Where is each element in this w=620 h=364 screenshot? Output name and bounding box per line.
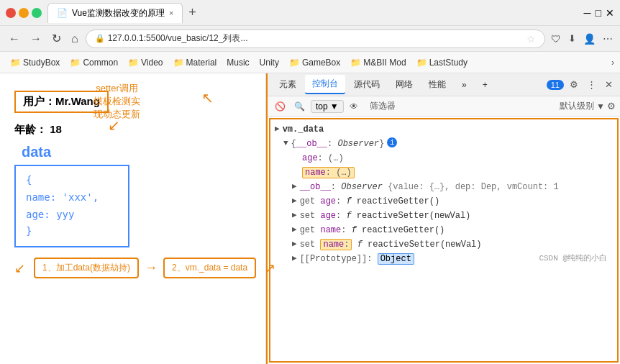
annotation-box-2: 2、vm._data = data xyxy=(163,258,256,278)
console-line-age: age: (…) xyxy=(275,151,613,165)
bookmark-music[interactable]: Music xyxy=(222,56,253,69)
annotation-arrow-right: ↗ xyxy=(201,89,214,106)
lock-icon: 🔒 xyxy=(95,34,105,43)
tab-close-button[interactable]: × xyxy=(169,9,173,17)
tab-console[interactable]: 控制台 xyxy=(305,75,345,94)
expand-icon[interactable]: ▶ xyxy=(292,252,297,265)
user-label: 用户： xyxy=(23,95,55,107)
folder-icon: 📁 xyxy=(173,58,184,68)
expand-icon[interactable]: ▶ xyxy=(292,181,297,193)
bookmark-studybox[interactable]: 📁 StudyBox xyxy=(6,56,64,69)
tab-favicon: 📄 xyxy=(57,8,68,18)
tab-network[interactable]: 网络 xyxy=(388,76,420,94)
browser-action-icons: 🛡 ⬇ 👤 ⋯ xyxy=(550,32,614,46)
get-age-text: get age: f reactiveGetter() xyxy=(300,195,439,208)
expand-icon[interactable]: ▶ xyxy=(275,123,280,135)
level-dropdown-icon: ▼ xyxy=(596,101,605,112)
bookmark-material[interactable]: 📁 Material xyxy=(169,56,222,69)
forward-button[interactable]: → xyxy=(27,31,45,47)
tab-title: Vue监测数据改变的原理 xyxy=(72,7,165,19)
info-icon[interactable]: i xyxy=(387,137,397,147)
error-badge: 11 xyxy=(547,80,564,90)
bookmark-label: Material xyxy=(186,58,217,68)
data-code-box: { name: 'xxx', age: yyy } xyxy=(14,165,129,247)
active-tab[interactable]: 📄 Vue监测数据改变的原理 × xyxy=(47,3,183,23)
expand-icon[interactable]: ▶ xyxy=(292,195,297,207)
console-line-vm-data: ▶ vm._data xyxy=(275,122,613,137)
context-selector[interactable]: top ▼ xyxy=(311,100,344,113)
down-arrow: ↙ xyxy=(108,117,120,134)
get-name-text: get name: f reactiveGetter() xyxy=(300,224,445,237)
folder-icon: 📁 xyxy=(128,58,139,68)
vm-data-text: vm._data xyxy=(283,123,324,136)
expand-icon[interactable]: ▶ xyxy=(292,224,297,236)
console-output[interactable]: ▶ vm._data ▼ {__ob__: Observer} i age: (… xyxy=(269,118,619,363)
settings-icon[interactable]: ⋯ xyxy=(601,32,614,46)
main-content: setter调用 模板检测实 现动态更新 ↗ 用户：Mr.Wang 年龄： 18… xyxy=(0,73,620,364)
watermark: CSDN @纯纯的小白 xyxy=(539,252,607,263)
bookmark-unity[interactable]: Unity xyxy=(255,56,283,69)
folder-icon: 📁 xyxy=(10,58,21,68)
settings-gear-icon[interactable]: ⚙ xyxy=(567,78,581,91)
data-heading: data xyxy=(22,144,251,160)
data-code-line3: age: yyy xyxy=(26,206,118,224)
home-button[interactable]: ⌂ xyxy=(68,31,81,47)
ob-text: {__ob__: Observer} xyxy=(291,137,385,150)
age-prop: age: (…) xyxy=(302,152,344,165)
eye-icon[interactable]: 👁 xyxy=(347,100,361,113)
restore-icon[interactable]: □ xyxy=(596,7,601,19)
refresh-button[interactable]: ↻ xyxy=(49,30,64,47)
bookmark-star-icon[interactable]: ☆ xyxy=(526,33,536,45)
bottom-annotations: ↙ 1、加工data(数据劫持) → 2、vm._data = data ↗ xyxy=(14,258,251,278)
user-profile-icon[interactable]: 👤 xyxy=(582,32,597,46)
dock-icon[interactable]: ⋮ xyxy=(584,78,599,91)
maximize-window-button[interactable] xyxy=(32,8,42,18)
bookmark-label: GameBox xyxy=(302,58,340,68)
bookmarks-more-button[interactable]: › xyxy=(611,58,614,68)
expand-icon[interactable]: ▶ xyxy=(292,238,297,250)
age-value: 18 xyxy=(50,123,62,135)
log-level-selector[interactable]: 默认级别 ▼ ⚙ xyxy=(560,100,616,112)
tab-sources[interactable]: 源代码 xyxy=(347,76,387,94)
expand-icon[interactable]: ▼ xyxy=(283,137,288,150)
tab-elements[interactable]: 元素 xyxy=(272,76,304,94)
devtools-icons: 11 ⚙ ⋮ ✕ xyxy=(547,78,616,91)
devtools-tabs-row: 元素 控制台 源代码 网络 性能 » + 11 ⚙ ⋮ ✕ xyxy=(268,73,620,96)
bookmark-laststudy[interactable]: 📁 LastStudy xyxy=(412,56,472,69)
bookmark-label: LastStudy xyxy=(429,58,468,68)
close-window-button[interactable] xyxy=(6,8,16,18)
name-prop: name: (…) xyxy=(302,166,355,179)
data-code-line4: } xyxy=(26,223,118,240)
expand-icon[interactable]: ▶ xyxy=(292,209,297,222)
bookmark-label: Music xyxy=(227,58,249,68)
close-icon[interactable]: ✕ xyxy=(606,7,614,19)
browser-window-icons: ─ □ ✕ xyxy=(584,7,614,19)
bookmark-mbii[interactable]: 📁 M&BII Mod xyxy=(346,56,410,69)
shield-icon[interactable]: 🛡 xyxy=(550,32,562,46)
top-label: top xyxy=(316,101,328,112)
close-devtools-button[interactable]: ✕ xyxy=(602,78,616,91)
minimize-icon[interactable]: ─ xyxy=(584,7,591,19)
arrow-right-icon: → xyxy=(145,260,158,276)
folder-icon: 📁 xyxy=(350,58,361,68)
annotation-box-1: 1、加工data(数据劫持) xyxy=(34,258,139,278)
filter-icon[interactable]: 🔍 xyxy=(291,100,308,113)
address-bar[interactable]: 🔒 127.0.0.1:5500/vue_basic/12_列表... ☆ xyxy=(86,29,545,48)
download-icon[interactable]: ⬇ xyxy=(567,32,578,45)
minimize-window-button[interactable] xyxy=(19,8,29,18)
bookmark-video[interactable]: 📁 Video xyxy=(124,56,167,69)
address-bar-row: ← → ↻ ⌂ 🔒 127.0.0.1:5500/vue_basic/12_列表… xyxy=(0,26,620,52)
tab-add[interactable]: + xyxy=(475,77,495,93)
dropdown-arrow-icon: ▼ xyxy=(330,101,339,112)
bookmark-gamebox[interactable]: 📁 GameBox xyxy=(285,56,345,69)
back-button[interactable]: ← xyxy=(6,31,23,47)
window-controls xyxy=(6,8,42,18)
curved-arrow-right: ↗ xyxy=(265,260,275,276)
new-tab-button[interactable]: + xyxy=(186,5,199,20)
bookmark-common[interactable]: 📁 Common xyxy=(65,56,122,69)
clear-console-button[interactable]: 🚫 xyxy=(272,100,288,113)
folder-icon: 📁 xyxy=(70,58,81,68)
tab-more[interactable]: » xyxy=(455,77,474,93)
tab-performance[interactable]: 性能 xyxy=(421,76,453,94)
address-text: 127.0.0.1:5500/vue_basic/12_列表... xyxy=(108,32,524,45)
